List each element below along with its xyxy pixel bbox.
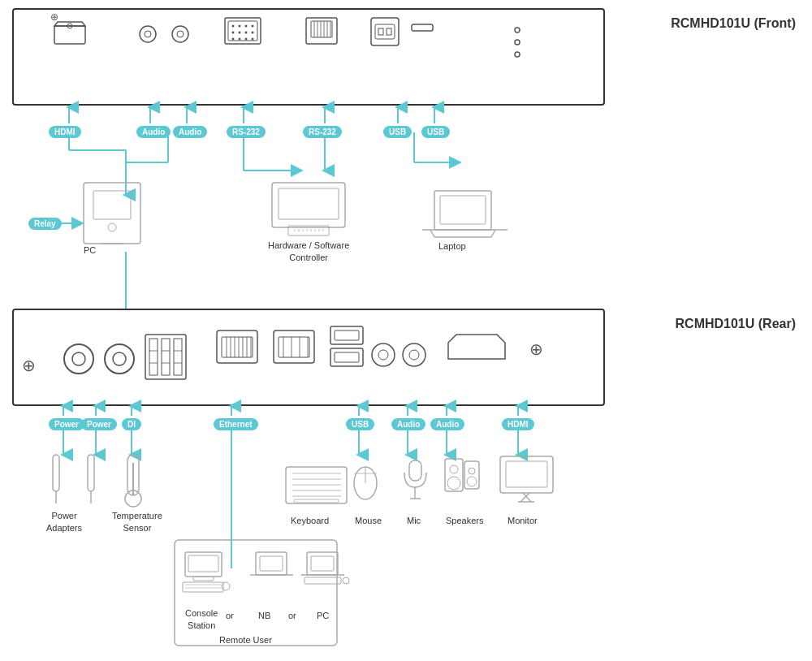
label-laptop: Laptop [438, 241, 466, 251]
svg-rect-46 [174, 339, 182, 375]
label-mouse: Mouse [355, 516, 382, 525]
svg-rect-175 [193, 577, 214, 581]
svg-rect-70 [335, 330, 359, 340]
svg-point-122 [108, 223, 116, 231]
svg-rect-174 [188, 555, 218, 572]
rear-box-label: RCMHD101U (Rear) [676, 317, 796, 331]
svg-rect-186 [304, 577, 341, 584]
label-hw-controller: Hardware / SoftwareController [268, 240, 349, 265]
pill-rs232-1-front: RS-232 [227, 126, 266, 138]
svg-point-39 [64, 344, 93, 374]
svg-point-165 [469, 468, 475, 474]
svg-point-14 [232, 32, 235, 34]
svg-rect-184 [311, 556, 334, 571]
svg-rect-68 [330, 326, 363, 344]
svg-rect-143 [88, 455, 94, 491]
pill-audio2-rear: Audio [430, 418, 464, 430]
label-monitor: Monitor [508, 516, 538, 525]
label-power-adapters: PowerAdapters [46, 510, 82, 535]
label-speakers: Speakers [446, 516, 483, 525]
label-or2: or [288, 611, 296, 620]
svg-rect-34 [412, 24, 433, 31]
svg-point-12 [245, 25, 248, 28]
svg-point-73 [378, 350, 388, 360]
svg-rect-69 [330, 348, 363, 366]
svg-rect-181 [260, 556, 283, 571]
label-keyboard: Keyboard [291, 516, 329, 525]
svg-point-42 [113, 352, 126, 365]
svg-rect-8 [225, 18, 261, 44]
svg-point-5 [145, 31, 151, 37]
svg-rect-121 [93, 191, 131, 219]
svg-line-139 [491, 230, 495, 237]
front-box: ⊕ [12, 8, 605, 106]
svg-point-36 [515, 40, 520, 45]
svg-rect-164 [464, 461, 479, 489]
svg-line-169 [523, 493, 531, 502]
svg-rect-158 [409, 460, 421, 481]
svg-point-4 [140, 26, 156, 42]
svg-point-162 [450, 465, 458, 473]
label-nb: NB [258, 611, 270, 620]
pill-audio1-rear: Audio [391, 418, 425, 430]
svg-rect-44 [149, 339, 158, 375]
svg-rect-125 [279, 188, 339, 219]
svg-rect-45 [162, 339, 170, 375]
svg-point-7 [177, 31, 184, 37]
svg-rect-124 [272, 183, 345, 227]
svg-point-179 [222, 582, 230, 590]
svg-point-146 [125, 490, 141, 507]
svg-rect-183 [307, 552, 338, 575]
svg-rect-135 [434, 191, 491, 230]
pill-hdmi-front: HDMI [49, 126, 81, 138]
svg-point-37 [515, 52, 520, 57]
svg-point-19 [239, 38, 241, 41]
svg-rect-154 [294, 499, 339, 503]
svg-rect-62 [274, 330, 314, 363]
label-or1: or [226, 611, 234, 620]
svg-point-10 [232, 25, 235, 28]
svg-rect-173 [185, 552, 222, 577]
svg-line-170 [520, 493, 529, 502]
svg-point-163 [447, 477, 460, 490]
svg-rect-145 [127, 455, 139, 495]
svg-point-40 [72, 352, 85, 365]
svg-text:⊕: ⊕ [529, 340, 543, 358]
pill-power2-rear: Power [81, 418, 117, 430]
svg-point-72 [372, 343, 395, 366]
svg-rect-9 [228, 21, 257, 41]
pill-audio1-front: Audio [136, 126, 171, 138]
svg-point-6 [172, 26, 188, 42]
pill-audio2-front: Audio [173, 126, 207, 138]
label-temp-sensor: TemperatureSensor [112, 510, 162, 535]
svg-rect-32 [378, 28, 383, 35]
svg-point-15 [239, 32, 241, 34]
front-box-label: RCMHD101U (Front) [671, 16, 796, 31]
pill-power1-rear: Power [49, 418, 84, 430]
svg-rect-53 [217, 330, 257, 363]
svg-point-16 [245, 32, 248, 34]
svg-point-20 [245, 38, 248, 41]
label-console-station: ConsoleStation [185, 607, 218, 633]
svg-rect-141 [53, 455, 59, 491]
svg-point-155 [354, 467, 377, 499]
svg-point-74 [403, 343, 425, 366]
svg-point-11 [239, 25, 241, 28]
main-container: ⊕ [0, 0, 812, 661]
label-mic: Mic [407, 516, 421, 525]
svg-point-41 [105, 344, 134, 374]
pill-usb2-front: USB [421, 126, 450, 138]
svg-rect-43 [145, 335, 186, 379]
svg-rect-167 [500, 456, 553, 493]
pill-usb1-front: USB [383, 126, 412, 138]
svg-rect-161 [445, 459, 463, 491]
svg-marker-76 [448, 335, 505, 359]
label-remote-user: Remote User [219, 635, 272, 645]
svg-rect-126 [288, 226, 329, 235]
svg-text:⊕: ⊕ [22, 356, 36, 374]
pill-relay: Relay [28, 218, 62, 230]
svg-point-166 [467, 477, 477, 486]
pill-rs232-2-front: RS-232 [303, 126, 342, 138]
pill-hdmi-rear: HDMI [502, 418, 534, 430]
pill-usb-rear: USB [346, 418, 374, 430]
